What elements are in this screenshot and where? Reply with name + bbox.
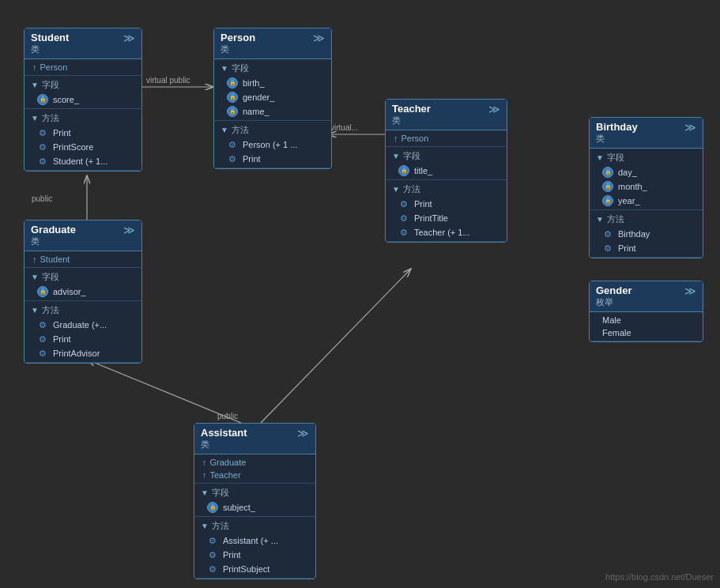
birthday-title: Birthday	[596, 121, 638, 133]
method-icon	[37, 334, 48, 345]
method-icon	[207, 535, 218, 546]
teacher-method-print: Print	[386, 197, 507, 211]
student-fields-section: ▼ 字段 score_	[25, 76, 141, 109]
method-icon	[37, 319, 48, 330]
assistant-inherits-graduate: ↑ Graduate	[194, 456, 315, 469]
assistant-card: Assistant 类 ≫ ↑ Graduate ↑ Teacher ▼ 字段 …	[194, 423, 316, 579]
person-card: Person 类 ≫ ▼ 字段 birth_ gender_ name_ ▼ 方…	[213, 28, 332, 169]
graduate-field-advisor: advisor_	[25, 285, 141, 299]
person-method-person: Person (+ 1 ...	[214, 138, 331, 152]
student-inherits-section: ↑ Person	[25, 59, 141, 76]
method-icon	[602, 228, 613, 239]
graduate-inherits-student: ↑ Student	[25, 253, 141, 266]
graduate-fields-header: ▼ 字段	[25, 270, 141, 285]
student-subtitle: 类	[31, 43, 69, 55]
assistant-methods-section: ▼ 方法 Assistant (+ ... Print PrintSubject	[194, 517, 315, 579]
assistant-method-print: Print	[194, 548, 315, 562]
assistant-header: Assistant 类 ≫	[194, 424, 315, 454]
student-field-score: score_	[25, 92, 141, 107]
student-methods-section: ▼ 方法 Print PrintScore Student (+ 1...	[25, 109, 141, 171]
svg-text:virtual...: virtual...	[330, 123, 358, 132]
method-icon	[227, 139, 238, 150]
birthday-methods-section: ▼ 方法 Birthday Print	[590, 210, 703, 258]
field-icon	[207, 502, 218, 513]
method-icon	[602, 243, 613, 254]
person-methods-section: ▼ 方法 Person (+ 1 ... Print	[214, 121, 331, 168]
person-field-gender: gender_	[214, 90, 331, 104]
graduate-expand-icon[interactable]: ≫	[123, 224, 135, 236]
svg-line-6	[87, 360, 241, 423]
gender-value-male: Male	[590, 314, 703, 326]
graduate-title: Graduate	[31, 224, 76, 236]
teacher-method-teacher: Teacher (+ 1...	[386, 225, 507, 239]
method-icon	[37, 156, 48, 167]
svg-text:virtual public: virtual public	[146, 76, 190, 85]
birthday-field-year: year_	[590, 194, 703, 208]
person-method-print: Print	[214, 152, 331, 166]
assistant-fields-header: ▼ 字段	[194, 485, 315, 500]
person-methods-header: ▼ 方法	[214, 122, 331, 138]
method-icon	[207, 549, 218, 560]
birthday-header: Birthday 类 ≫	[590, 118, 703, 149]
teacher-expand-icon[interactable]: ≫	[488, 103, 500, 115]
graduate-methods-header: ▼ 方法	[25, 303, 141, 318]
student-method-print: Print	[25, 126, 141, 140]
teacher-fields-header: ▼ 字段	[386, 149, 507, 164]
person-field-birth: birth_	[214, 76, 331, 90]
gender-card: Gender 枚举 ≫ Male Female	[589, 281, 703, 342]
teacher-title: Teacher	[392, 103, 431, 115]
student-method-student: Student (+ 1...	[25, 154, 141, 168]
graduate-header: Graduate 类 ≫	[25, 220, 141, 251]
assistant-inherits-teacher: ↑ Teacher	[194, 469, 315, 481]
gender-expand-icon[interactable]: ≫	[684, 285, 696, 297]
student-header: Student 类 ≫	[25, 28, 141, 59]
field-icon	[227, 106, 238, 117]
graduate-methods-section: ▼ 方法 Graduate (+... Print PrintAdvisor	[25, 301, 141, 363]
student-inherits-person: ↑ Person	[25, 61, 141, 74]
birthday-expand-icon[interactable]: ≫	[684, 121, 696, 134]
graduate-method-graduate: Graduate (+...	[25, 318, 141, 332]
teacher-methods-section: ▼ 方法 Print PrintTitle Teacher (+ 1...	[386, 180, 507, 242]
gender-values-section: Male Female	[590, 312, 703, 341]
svg-line-7	[261, 269, 411, 423]
gender-value-female: Female	[590, 326, 703, 339]
student-title: Student	[31, 32, 69, 43]
assistant-inherits-section: ↑ Graduate ↑ Teacher	[194, 454, 315, 484]
student-card: Student 类 ≫ ↑ Person ▼ 字段 score_ ▼ 方法 Pr…	[24, 28, 142, 172]
assistant-method-assistant: Assistant (+ ...	[194, 533, 315, 548]
student-expand-icon[interactable]: ≫	[123, 32, 135, 44]
birthday-method-birthday: Birthday	[590, 227, 703, 241]
svg-text:public: public	[217, 412, 238, 420]
birthday-field-day: day_	[590, 165, 703, 179]
birthday-card: Birthday 类 ≫ ▼ 字段 day_ month_ year_ ▼ 方法…	[589, 117, 703, 258]
teacher-field-title: title_	[386, 164, 507, 178]
field-icon	[227, 92, 238, 103]
assistant-method-printsubject: PrintSubject	[194, 562, 315, 576]
gender-header: Gender 枚举 ≫	[590, 281, 703, 312]
graduate-card: Graduate 类 ≫ ↑ Student ▼ 字段 advisor_ ▼ 方…	[24, 220, 142, 364]
method-icon	[37, 348, 48, 359]
teacher-subtitle: 类	[392, 115, 431, 126]
teacher-inherits-person: ↑ Person	[386, 132, 507, 145]
graduate-method-printadvisor: PrintAdvisor	[25, 346, 141, 360]
teacher-card: Teacher 类 ≫ ↑ Person ▼ 字段 title_ ▼ 方法 Pr…	[385, 99, 507, 243]
teacher-inherits-section: ↑ Person	[386, 130, 507, 147]
gender-title: Gender	[596, 285, 632, 296]
graduate-inherits-section: ↑ Student	[25, 251, 141, 268]
birthday-fields-header: ▼ 字段	[590, 150, 703, 165]
birthday-methods-header: ▼ 方法	[590, 212, 703, 227]
gender-subtitle: 枚举	[596, 296, 632, 308]
svg-text:public: public	[32, 194, 52, 203]
field-icon	[602, 167, 613, 178]
assistant-subtitle: 类	[201, 439, 247, 450]
birthday-fields-section: ▼ 字段 day_ month_ year_	[590, 149, 703, 210]
method-icon	[398, 213, 409, 224]
method-icon	[227, 153, 238, 164]
assistant-expand-icon[interactable]: ≫	[297, 427, 309, 439]
person-expand-icon[interactable]: ≫	[313, 32, 325, 44]
field-icon	[398, 165, 409, 176]
method-icon	[398, 227, 409, 238]
person-fields-section: ▼ 字段 birth_ gender_ name_	[214, 59, 331, 121]
field-icon	[37, 286, 48, 297]
field-icon	[227, 77, 238, 89]
